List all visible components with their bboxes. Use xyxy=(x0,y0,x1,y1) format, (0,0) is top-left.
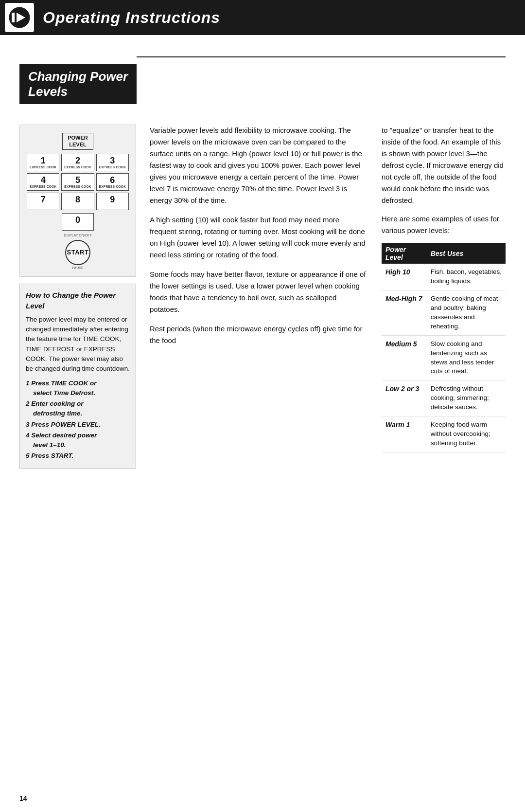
key-7: 7 xyxy=(27,193,59,210)
key-2: 2 EXPRESS COOK xyxy=(61,154,94,171)
table-header-row: Power Level Best Uses xyxy=(382,243,506,264)
page-header: Operating Instructions xyxy=(0,0,525,35)
level-low23: Low 2 or 3 xyxy=(382,380,427,416)
pause-label: PAUSE xyxy=(27,266,129,270)
step-2: 2 Enter cooking or defrosting time. xyxy=(26,399,130,418)
key-4: 4 EXPRESS COOK xyxy=(27,173,59,191)
step-5: 5 Press START. xyxy=(26,451,130,461)
table-row: Medium 5 Slow cooking and tenderizing su… xyxy=(382,335,506,380)
key-6: 6 EXPRESS COOK xyxy=(96,173,129,191)
content-grid: POWERLEVEL 1 EXPRESS COOK 2 EXPRESS COOK… xyxy=(19,125,506,468)
uses-low23: Defrosting without cooking; simmering; d… xyxy=(427,380,506,416)
level-medium5: Medium 5 xyxy=(382,335,427,380)
step-4: 4 Select desired power level 1–10. xyxy=(26,431,130,450)
table-header: Power Level Best Uses xyxy=(382,243,506,264)
right-intro-p1: to "equalize" or transfer heat to the in… xyxy=(382,125,506,206)
table-row: High 10 Fish, bacon, vegetables, boiling… xyxy=(382,264,506,290)
svg-rect-2 xyxy=(12,13,15,22)
power-table: Power Level Best Uses High 10 Fish, baco… xyxy=(382,243,506,452)
brand-logo xyxy=(5,3,34,32)
key-9: 9 xyxy=(96,193,129,210)
keypad-grid: 1 EXPRESS COOK 2 EXPRESS COOK 3 EXPRESS … xyxy=(27,154,129,210)
key-3: 3 EXPRESS COOK xyxy=(96,154,129,171)
center-para-4: Rest periods (when the microwave energy … xyxy=(150,323,368,346)
col-power-level: Power Level xyxy=(382,243,427,264)
page-body: Changing Power Levels POWERLEVEL 1 xyxy=(0,35,525,488)
uses-medium5: Slow cooking and tenderizing such as ste… xyxy=(427,335,506,380)
section-heading: Changing Power Levels xyxy=(19,64,137,104)
uses-high10: Fish, bacon, vegetables, boiling liquids… xyxy=(427,264,506,290)
right-column: to "equalize" or transfer heat to the in… xyxy=(382,125,506,452)
level-warm1: Warm 1 xyxy=(382,416,427,452)
start-button-area: START xyxy=(27,240,129,265)
key-5: 5 EXPRESS COOK xyxy=(61,173,94,191)
how-to-box: How to Change the Power Level The power … xyxy=(19,284,136,469)
table-row: Low 2 or 3 Defrosting without cooking; s… xyxy=(382,380,506,416)
table-body: High 10 Fish, bacon, vegetables, boiling… xyxy=(382,264,506,452)
step-3: 3 Press POWER LEVEL. xyxy=(26,420,130,430)
uses-medhigh7: Gentle cooking of meat and poultry; baki… xyxy=(427,290,506,336)
power-level-btn: POWERLEVEL xyxy=(62,133,93,149)
page-title: Operating Instructions xyxy=(43,9,220,27)
start-button: START xyxy=(65,240,90,265)
logo-icon xyxy=(8,6,31,29)
power-level-button-area: POWERLEVEL xyxy=(27,133,129,149)
right-intro: to "equalize" or transfer heat to the in… xyxy=(382,125,506,236)
how-to-body: The power level may be entered or change… xyxy=(26,315,130,374)
how-to-steps: 1 Press TIME COOK or select Time Defrost… xyxy=(26,379,130,461)
left-column: POWERLEVEL 1 EXPRESS COOK 2 EXPRESS COOK… xyxy=(19,125,136,468)
page-number: 14 xyxy=(19,794,27,802)
table-row: Med-High 7 Gentle cooking of meat and po… xyxy=(382,290,506,336)
key-8: 8 xyxy=(61,193,94,210)
center-para-3: Some foods may have better flavor, textu… xyxy=(150,269,368,315)
center-para-2: A high setting (10) will cook faster but… xyxy=(150,214,368,261)
key-0: 0 xyxy=(62,213,93,231)
display-on-off-label: DISPLAY ON/OFF xyxy=(27,234,129,237)
step-1: 1 Press TIME COOK or select Time Defrost… xyxy=(26,379,130,397)
center-column: Variable power levels add flexibility to… xyxy=(150,125,368,354)
how-to-title: How to Change the Power Level xyxy=(26,290,130,312)
right-intro-p2: Here are some examples of uses for vario… xyxy=(382,213,506,236)
key-1: 1 EXPRESS COOK xyxy=(27,154,59,171)
level-medhigh7: Med-High 7 xyxy=(382,290,427,336)
table-row: Warm 1 Keeping food warm without overcoo… xyxy=(382,416,506,452)
level-high10: High 10 xyxy=(382,264,427,290)
keypad-zero-row: 0 xyxy=(27,213,129,231)
center-para-1: Variable power levels add flexibility to… xyxy=(150,125,368,206)
keypad-diagram: POWERLEVEL 1 EXPRESS COOK 2 EXPRESS COOK… xyxy=(19,125,136,276)
col-best-uses: Best Uses xyxy=(427,243,506,264)
section-heading-text: Changing Power Levels xyxy=(28,69,128,99)
uses-warm1: Keeping food warm without overcooking; s… xyxy=(427,416,506,452)
